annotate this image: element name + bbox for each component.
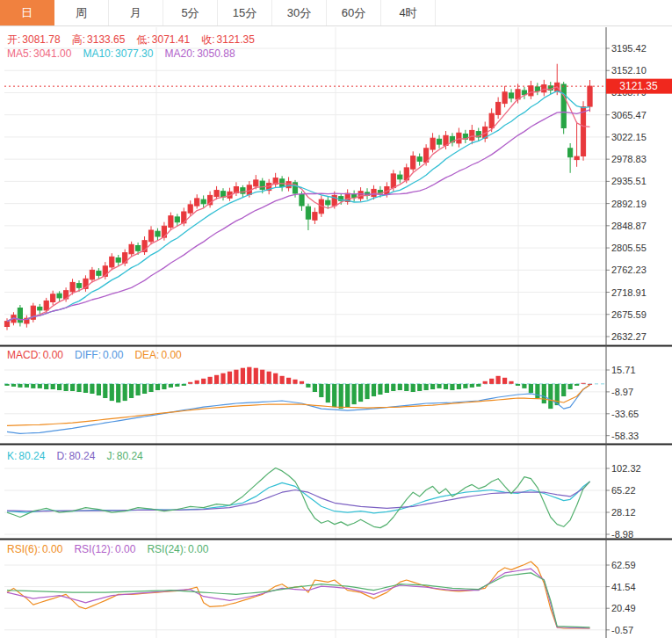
macd-histogram-bar: [516, 384, 520, 386]
macd-histogram-bar: [260, 370, 264, 384]
dea-value: 0.00: [161, 349, 181, 361]
kdj-header: K:80.24D:80.24J:80.24: [7, 450, 155, 462]
macd-histogram-bar: [522, 384, 526, 388]
macd-histogram-bar: [4, 384, 9, 386]
tab-60min[interactable]: 60分: [327, 0, 381, 25]
candle-body: [437, 139, 441, 144]
tab-day[interactable]: 日: [0, 0, 54, 25]
candle-body: [155, 231, 160, 236]
y-axis-label: 28.12: [611, 507, 636, 518]
macd-histogram-bar: [280, 376, 285, 384]
d-line: [7, 482, 590, 511]
candle-body: [391, 174, 395, 188]
dea-label: DEA:: [134, 349, 159, 361]
candle-body: [489, 113, 494, 127]
macd-histogram-bar: [385, 384, 389, 393]
y-axis-label: 62.59: [611, 560, 636, 570]
candle-body: [496, 102, 501, 114]
ma10-label: MA10:: [83, 47, 113, 60]
j-value: 80.24: [117, 450, 143, 462]
candle-body: [326, 200, 330, 205]
candle-body: [97, 272, 101, 276]
tab-15min[interactable]: 15分: [218, 0, 272, 25]
ohlc-header: 开:3081.78高:3133.65低:3071.41收:3121.35: [7, 33, 266, 47]
tab-4hour[interactable]: 4时: [381, 0, 436, 25]
macd-histogram-bar: [548, 384, 553, 409]
y-axis-label: 20.49: [611, 603, 636, 613]
macd-histogram-bar: [201, 379, 206, 384]
y-axis-label: -33.65: [611, 409, 639, 419]
candle-body: [417, 157, 422, 162]
ma20-label: MA20:: [164, 47, 195, 60]
candle-body: [430, 138, 435, 149]
ma10-value: 3077.30: [115, 47, 153, 60]
y-axis-label: 2978.83: [611, 154, 647, 164]
candle-body: [535, 87, 539, 91]
candle-body: [588, 86, 592, 106]
macd-histogram-bar: [31, 384, 35, 388]
macd-histogram-bar: [365, 384, 369, 399]
macd-histogram-bar: [220, 373, 225, 384]
rsi6-line: [7, 562, 590, 628]
y-axis-label: -58.33: [611, 431, 639, 441]
macd-histogram-bar: [437, 384, 441, 388]
macd-histogram-bar: [450, 384, 454, 390]
candle-body: [129, 244, 134, 254]
macd-histogram-bar: [51, 384, 55, 389]
macd-histogram-bar: [18, 384, 22, 388]
macd-histogram-bar: [254, 368, 258, 384]
macd-histogram-bar: [38, 384, 42, 388]
macd-histogram-bar: [358, 384, 363, 402]
macd-histogram-bar: [339, 384, 343, 409]
last-price-tag-text: 3121.35: [619, 80, 658, 92]
timeframe-tabbar: 日 周 月 5分 15分 30分 60分 4时: [0, 0, 672, 26]
macd-histogram-bar: [496, 376, 501, 384]
macd-histogram-bar: [142, 384, 147, 394]
tab-5min[interactable]: 5分: [163, 0, 218, 25]
macd-histogram-bar: [11, 384, 16, 387]
y-axis-label: 3065.47: [611, 110, 647, 120]
candle-body: [509, 93, 513, 98]
candle-body: [241, 188, 245, 193]
macd-histogram-bar: [241, 368, 245, 384]
candle-body: [411, 156, 415, 170]
y-axis-label: 2805.55: [611, 243, 647, 253]
y-axis-label: 2935.51: [611, 176, 647, 186]
candle-body: [398, 175, 402, 179]
tab-week[interactable]: 周: [54, 0, 109, 25]
k-value: 80.24: [18, 450, 45, 462]
candle-body: [4, 322, 9, 327]
low-label: 低:: [136, 33, 149, 46]
rsi12-label: RSI(12):: [74, 543, 113, 555]
macd-histogram-bar: [247, 367, 251, 384]
macd-histogram-bar: [214, 375, 219, 384]
k-label: K:: [7, 450, 17, 462]
y-axis-label: 3195.42: [611, 43, 647, 54]
ma20-value: 3050.88: [197, 47, 235, 60]
d-label: D:: [56, 450, 67, 462]
macd-histogram-bar: [568, 384, 573, 389]
low-value: 3071.41: [152, 33, 190, 46]
y-axis-label: 2675.59: [611, 309, 647, 320]
macd-histogram-bar: [326, 384, 330, 402]
candle-body: [260, 181, 264, 189]
k-line: [7, 482, 590, 513]
open-label: 开:: [7, 33, 20, 46]
rsi24-value: 0.00: [188, 543, 208, 555]
candle-body: [110, 257, 114, 267]
tab-month[interactable]: 月: [109, 0, 163, 25]
candle-body: [568, 149, 573, 157]
candle-body: [574, 156, 579, 160]
macd-histogram-bar: [502, 378, 507, 384]
candle-body: [90, 270, 94, 279]
macd-histogram-bar: [535, 384, 539, 398]
candle-body: [70, 282, 75, 292]
macd-histogram-bar: [169, 384, 173, 388]
macd-histogram-bar: [148, 384, 153, 392]
macd-value: 0.00: [43, 349, 63, 361]
macd-histogram-bar: [234, 370, 238, 384]
tab-30min[interactable]: 30分: [272, 0, 327, 25]
candle-body: [38, 307, 42, 310]
macd-histogram-bar: [391, 384, 395, 391]
candle-body: [188, 205, 192, 213]
